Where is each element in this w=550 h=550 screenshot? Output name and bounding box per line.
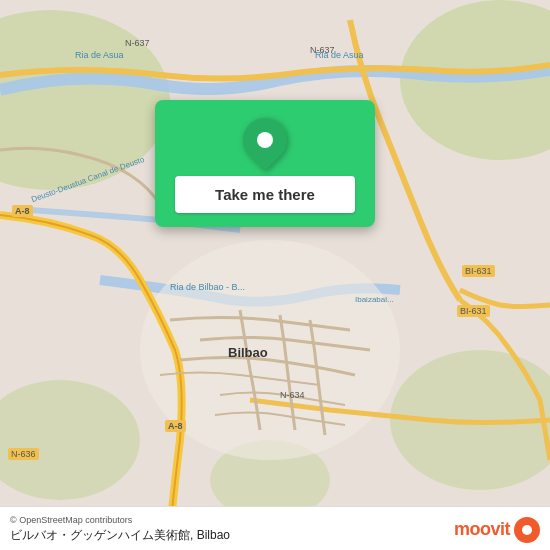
bottom-bar: © OpenStreetMap contributors ビルバオ・グッゲンハイ… bbox=[0, 506, 550, 550]
moovit-circle-icon bbox=[514, 517, 540, 543]
moovit-circle-inner bbox=[522, 525, 532, 535]
road-label-bi631-top: BI-631 bbox=[462, 265, 495, 277]
water-label-asua-left: Ria de Asua bbox=[75, 50, 124, 60]
road-label-a8-bottom: A-8 bbox=[165, 420, 186, 432]
take-me-there-button[interactable]: Take me there bbox=[175, 176, 355, 213]
road-label-bi631-bottom: BI-631 bbox=[457, 305, 490, 317]
bottom-bar-info: © OpenStreetMap contributors ビルバオ・グッゲンハイ… bbox=[10, 515, 230, 544]
moovit-logo-text: moovit bbox=[454, 519, 510, 540]
water-label-bilbao: Ria de Bilbao - B... bbox=[170, 282, 245, 292]
water-label-ibaizabal: Ibaizabal... bbox=[355, 295, 394, 304]
city-label-bilbao: Bilbao bbox=[228, 345, 268, 360]
water-label-asua-right: Ria de Asua bbox=[315, 50, 364, 60]
map-container: N-637 N-637 A-8 A-8 N-634 BI-631 BI-631 … bbox=[0, 0, 550, 550]
road-label-n637-left: N-637 bbox=[125, 38, 150, 48]
road-label-n636: N-636 bbox=[8, 448, 39, 460]
moovit-logo: moovit bbox=[454, 517, 540, 543]
road-label-a8-left: A-8 bbox=[12, 205, 33, 217]
road-label-n634: N-634 bbox=[280, 390, 305, 400]
location-name: ビルバオ・グッゲンハイム美術館, Bilbao bbox=[10, 527, 230, 544]
location-card: Take me there bbox=[155, 100, 375, 227]
location-pin-icon bbox=[234, 109, 296, 171]
osm-credit: © OpenStreetMap contributors bbox=[10, 515, 230, 525]
